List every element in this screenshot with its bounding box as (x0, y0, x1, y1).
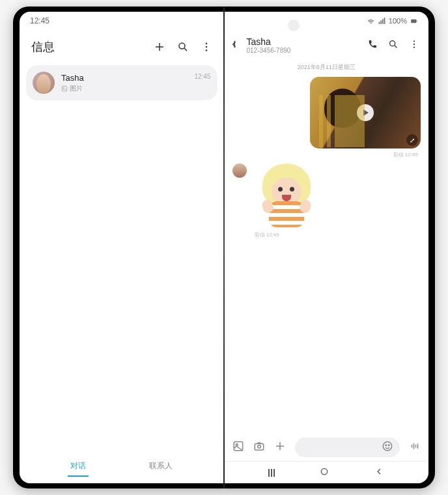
svg-point-11 (63, 87, 64, 88)
svg-rect-1 (380, 20, 382, 23)
svg-point-27 (322, 468, 328, 474)
svg-point-19 (257, 446, 260, 449)
svg-point-12 (390, 40, 395, 46)
svg-point-17 (236, 444, 238, 446)
svg-rect-26 (417, 444, 419, 449)
svg-rect-5 (416, 20, 417, 21)
gallery-button[interactable] (232, 440, 244, 455)
svg-rect-10 (62, 86, 67, 91)
sticker-attachment[interactable] (251, 163, 322, 229)
compose-button[interactable] (154, 41, 165, 53)
contact-number: 012-3456-7890 (247, 47, 363, 54)
contact-name: Tasha (247, 36, 363, 47)
conversation-item[interactable]: Tasha 图片 12:45 (26, 65, 217, 100)
search-button[interactable] (177, 41, 189, 53)
add-button[interactable] (274, 440, 286, 455)
nav-home-button[interactable] (319, 466, 329, 479)
message-composer (225, 434, 429, 461)
avatar (232, 163, 247, 178)
status-bar: 12:45 100% (20, 12, 428, 30)
svg-rect-24 (413, 444, 415, 449)
message-meta: 彩信 12:45 (255, 231, 421, 238)
svg-point-21 (385, 445, 387, 446)
nav-recent-button[interactable] (268, 469, 275, 477)
video-attachment[interactable]: ⤢ (310, 77, 421, 148)
back-button[interactable] (231, 39, 242, 52)
conversation-time: 12:45 (194, 73, 210, 80)
svg-point-8 (205, 46, 207, 48)
conversation-name: Tasha (61, 73, 194, 83)
camera-button[interactable] (253, 440, 265, 455)
svg-point-22 (389, 445, 390, 446)
avatar (33, 72, 55, 94)
app-title: 信息 (31, 39, 55, 55)
image-icon (61, 85, 68, 92)
svg-rect-3 (384, 18, 385, 24)
conversation-list-pane: 信息 (20, 30, 225, 483)
date-separator: 2021年8月11日星期三 (232, 63, 421, 72)
front-camera (288, 20, 300, 31)
expand-icon[interactable]: ⤢ (406, 134, 418, 146)
message-meta: 彩信 12:45 (232, 151, 419, 158)
svg-point-20 (383, 442, 392, 451)
more-button[interactable] (201, 41, 212, 53)
status-indicators: 100% (367, 17, 418, 25)
chat-more-button[interactable] (409, 39, 419, 52)
signal-icon (378, 17, 386, 25)
system-navbar (225, 461, 429, 483)
message-outgoing[interactable]: ⤢ (232, 77, 421, 148)
chat-pane: Tasha 012-3456-7890 (225, 30, 429, 483)
status-time: 12:45 (30, 16, 49, 25)
svg-rect-18 (255, 444, 264, 450)
call-button[interactable] (367, 39, 378, 52)
svg-point-9 (205, 50, 207, 51)
tab-chat[interactable]: 对话 (68, 457, 89, 477)
message-incoming[interactable] (232, 163, 421, 229)
svg-point-13 (413, 40, 415, 42)
search-chat-button[interactable] (388, 39, 399, 52)
tab-contacts[interactable]: 联系人 (147, 457, 175, 477)
svg-point-7 (205, 42, 207, 44)
svg-rect-4 (411, 19, 416, 22)
message-input[interactable] (295, 438, 400, 457)
battery-icon (410, 17, 418, 25)
voice-button[interactable] (409, 440, 421, 455)
battery-percent: 100% (389, 17, 407, 25)
play-icon (357, 104, 374, 121)
emoji-button[interactable] (382, 440, 393, 455)
svg-rect-0 (378, 21, 380, 23)
wifi-icon (367, 17, 375, 25)
nav-back-button[interactable] (374, 466, 384, 479)
svg-rect-2 (382, 19, 384, 24)
svg-rect-23 (412, 445, 413, 448)
svg-point-14 (413, 43, 415, 44)
svg-rect-25 (415, 445, 417, 448)
svg-point-15 (413, 46, 415, 48)
svg-point-6 (179, 43, 185, 49)
conversation-preview: 图片 (61, 84, 194, 93)
